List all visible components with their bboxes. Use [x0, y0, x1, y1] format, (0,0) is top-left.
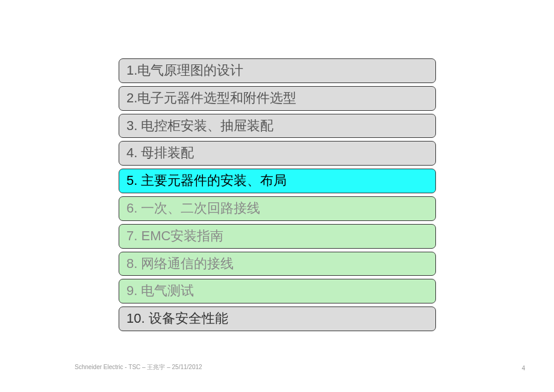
toc-item-2: 2.电子元器件选型和附件选型 [119, 86, 436, 111]
toc-item-6: 6. 一次、二次回路接线 [119, 196, 436, 221]
page-number: 4 [521, 365, 525, 372]
footer-text: Schneider Electric - TSC – 王兆宇 – 25/11/2… [75, 363, 202, 372]
toc-item-3: 3. 电控柜安装、抽屉装配 [119, 114, 436, 138]
toc-item-7: 7. EMC安装指南 [119, 224, 436, 249]
toc-item-8: 8. 网络通信的接线 [119, 252, 436, 276]
toc-item-4: 4. 母排装配 [119, 141, 436, 166]
toc-item-1: 1.电气原理图的设计 [119, 58, 436, 83]
slide: 1.电气原理图的设计 2.电子元器件选型和附件选型 3. 电控柜安装、抽屉装配 … [0, 0, 554, 392]
toc-item-10: 10. 设备安全性能 [119, 306, 436, 331]
toc-list: 1.电气原理图的设计 2.电子元器件选型和附件选型 3. 电控柜安装、抽屉装配 … [119, 58, 436, 334]
toc-item-5-active: 5. 主要元器件的安装、布局 [119, 169, 436, 193]
toc-item-9: 9. 电气测试 [119, 279, 436, 303]
